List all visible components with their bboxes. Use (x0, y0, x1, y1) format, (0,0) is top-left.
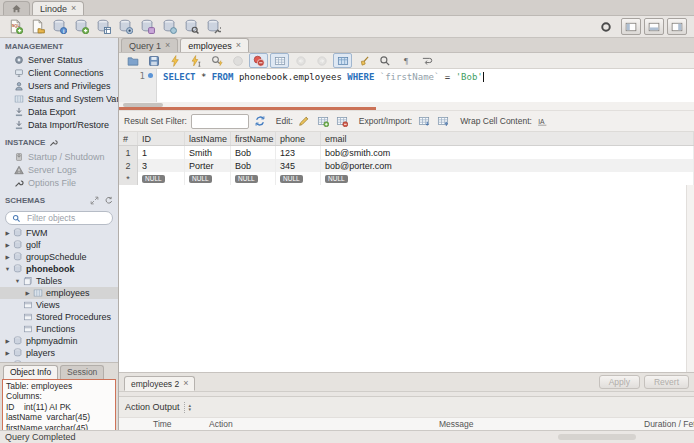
grid-cell[interactable]: 2 (119, 159, 138, 172)
refresh-resultset-icon[interactable] (253, 114, 268, 128)
new-query-tab-icon[interactable]: SQL (5, 18, 25, 35)
result-set-filter-input[interactable] (191, 114, 249, 129)
limit-rows-icon[interactable] (270, 53, 289, 68)
open-script-icon[interactable] (27, 18, 47, 35)
grid-cell[interactable]: 1 (119, 146, 138, 159)
tree-item-functions[interactable]: Functions (0, 323, 118, 335)
close-icon[interactable]: × (165, 41, 170, 50)
revert-button[interactable]: Revert (644, 375, 689, 389)
grid-cell[interactable]: NULL (185, 172, 231, 185)
sidebar-item-startup-shutdown[interactable]: Startup / Shutdown (0, 150, 118, 163)
sidebar-item-data-import[interactable]: Data Import/Restore (0, 118, 118, 131)
grid-cell[interactable]: Smith (185, 146, 231, 159)
export-recordset-icon[interactable] (416, 114, 431, 128)
sidebar-item-options-file[interactable]: Options File (0, 176, 118, 189)
close-icon[interactable]: × (236, 41, 241, 50)
tab-query-1[interactable]: Query 1× (121, 38, 178, 52)
grid-cell[interactable]: Bob (231, 159, 276, 172)
create-function-icon[interactable] (159, 18, 179, 35)
tab-employees[interactable]: employees× (180, 38, 249, 52)
chevron-right-icon[interactable]: ▶ (3, 350, 12, 356)
output-hscrollbar-thumb[interactable] (558, 434, 636, 440)
table-row[interactable]: 11SmithBob123bob@smith.com (119, 146, 694, 159)
result-tab[interactable]: employees 2 × (124, 376, 195, 391)
tree-item-fwm[interactable]: ▶FWM (0, 227, 118, 239)
sidebar-item-users-privileges[interactable]: Users and Privileges (0, 79, 118, 92)
create-procedure-icon[interactable] (137, 18, 157, 35)
tree-item-phonebook[interactable]: ▼phonebook (0, 263, 118, 275)
home-tab[interactable] (3, 1, 30, 15)
grid-cell[interactable]: NULL (321, 172, 694, 185)
tree-item-views[interactable]: Views (0, 299, 118, 311)
stop-icon[interactable] (228, 53, 247, 68)
toggle-secondary-sidebar-button[interactable] (667, 18, 687, 35)
connection-status-icon[interactable] (596, 18, 616, 35)
chevron-right-icon[interactable]: ▶ (23, 290, 32, 296)
toggle-sidebar-button[interactable] (621, 18, 641, 35)
chevron-right-icon[interactable]: ▶ (3, 230, 12, 236)
result-grid-vscrollbar[interactable] (686, 185, 694, 372)
tab-session[interactable]: Session (60, 365, 104, 379)
find-icon[interactable] (375, 53, 394, 68)
stop-on-error-icon[interactable] (249, 53, 268, 68)
execute-current-statement-icon[interactable] (186, 53, 205, 68)
tree-item-players[interactable]: ▶players (0, 347, 118, 359)
chevron-right-icon[interactable]: ▶ (3, 338, 12, 344)
table-row-new[interactable]: *NULLNULLNULLNULLNULL (119, 172, 694, 185)
grid-cell[interactable]: NULL (138, 172, 185, 185)
sidebar-item-server-status[interactable]: Server Status (0, 53, 118, 66)
tab-object-info[interactable]: Object Info (3, 365, 58, 379)
tree-item-golf[interactable]: ▶golf (0, 239, 118, 251)
selector-spinner-icon[interactable]: ▴▾ (184, 402, 194, 413)
grid-cell[interactable]: 1 (138, 146, 185, 159)
tree-item-employees[interactable]: ▶employees (0, 287, 118, 299)
toggle-output-area-button[interactable] (644, 18, 664, 35)
delete-row-icon[interactable] (335, 114, 350, 128)
grid-cell[interactable]: NULL (276, 172, 321, 185)
edit-record-icon[interactable] (297, 114, 312, 128)
sql-code-line[interactable]: SELECT * FROM phonebook.employees WHERE … (157, 69, 484, 102)
sidebar-item-system-variables[interactable]: Status and System Variables (0, 92, 118, 105)
expand-schemas-icon[interactable] (89, 195, 100, 206)
sidebar-item-client-connections[interactable]: Client Connections (0, 66, 118, 79)
create-view-icon[interactable] (115, 18, 135, 35)
sql-editor[interactable]: 1 SELECT * FROM phonebook.employees WHER… (119, 69, 694, 102)
apply-button[interactable]: Apply (599, 375, 640, 389)
chevron-right-icon[interactable]: ▶ (3, 254, 12, 260)
open-file-icon[interactable] (123, 53, 142, 68)
close-icon[interactable]: × (183, 379, 188, 388)
wrap-text-icon[interactable] (417, 53, 436, 68)
save-icon[interactable] (144, 53, 163, 68)
schema-inspector-icon[interactable]: i (49, 18, 69, 35)
sidebar-item-data-export[interactable]: Data Export (0, 105, 118, 118)
invisible-chars-icon[interactable]: ¶ (396, 53, 415, 68)
table-row[interactable]: 23PorterBob345bob@porter.com (119, 159, 694, 172)
autocommit-icon[interactable] (333, 53, 352, 68)
tree-item-phpmyadmin[interactable]: ▶phpmyadmin (0, 335, 118, 347)
commit-icon[interactable] (291, 53, 310, 68)
grid-cell[interactable]: NULL (231, 172, 276, 185)
grid-cell[interactable]: 123 (276, 146, 321, 159)
execute-icon[interactable] (165, 53, 184, 68)
grid-cell[interactable]: bob@smith.com (321, 146, 694, 159)
grid-cell[interactable]: Porter (185, 159, 231, 172)
import-records-icon[interactable] (435, 114, 450, 128)
schema-filter-input[interactable] (25, 212, 109, 224)
grid-cell[interactable]: 345 (276, 159, 321, 172)
wrap-cell-content-icon[interactable]: IA (536, 114, 551, 128)
beautify-icon[interactable] (354, 53, 373, 68)
create-schema-icon[interactable] (71, 18, 91, 35)
connection-tab[interactable]: Linode × (32, 1, 84, 15)
grid-cell[interactable]: bob@porter.com (321, 159, 694, 172)
grid-cell[interactable]: 3 (138, 159, 185, 172)
explain-icon[interactable] (207, 53, 226, 68)
tree-item-stored-procedures[interactable]: Stored Procedures (0, 311, 118, 323)
action-output-selector[interactable]: Action Output (125, 402, 180, 412)
tree-item-groupschedule[interactable]: ▶groupSchedule (0, 251, 118, 263)
sidebar-item-server-logs[interactable]: Server Logs (0, 163, 118, 176)
search-data-icon[interactable] (181, 18, 201, 35)
grid-cell[interactable]: Bob (231, 146, 276, 159)
refresh-schemas-icon[interactable] (103, 195, 114, 206)
chevron-down-icon[interactable]: ▼ (13, 278, 22, 284)
rollback-icon[interactable] (312, 53, 331, 68)
